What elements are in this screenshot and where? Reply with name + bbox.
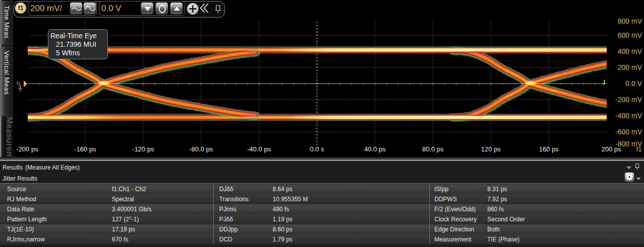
svg-text:f1: f1 xyxy=(17,81,21,86)
